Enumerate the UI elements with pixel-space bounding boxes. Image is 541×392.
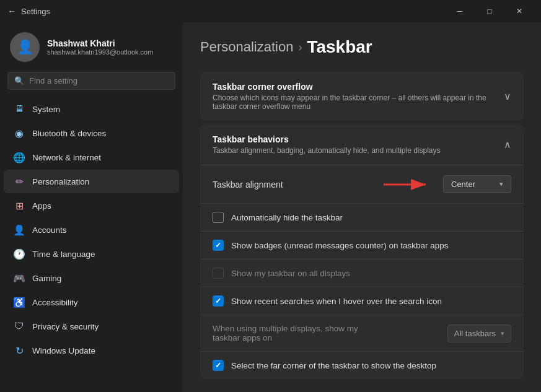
auto-hide-label: Automatically hide the taskbar (231, 213, 343, 222)
time-icon: 🕐 (14, 248, 25, 259)
accessibility-icon: ♿ (14, 297, 25, 308)
avatar: 👤 (10, 32, 40, 62)
multi-display-row: When using multiple displays, show my ta… (200, 315, 524, 351)
show-all-displays-label: Show my taskbar on all displays (231, 269, 350, 278)
card-title: Taskbar corner overflow (213, 82, 504, 92)
system-icon: 🖥 (14, 103, 25, 115)
show-badges-checkbox[interactable] (213, 240, 224, 251)
breadcrumb-current: Taskbar (307, 37, 372, 57)
auto-hide-row: Automatically hide the taskbar (200, 203, 524, 231)
recent-searches-label: Show recent searches when I hover over t… (231, 297, 442, 306)
sidebar-item-privacy[interactable]: 🛡 Privacy & security (4, 315, 179, 338)
titlebar-left: ← Settings (7, 6, 50, 16)
multi-display-label: When using multiple displays, show my ta… (213, 324, 386, 342)
dropdown-chevron-icon: ▾ (501, 329, 504, 338)
taskbar-alignment-row: Taskbar alignment Cent (200, 165, 524, 203)
sidebar-item-accounts[interactable]: 👤 Accounts (4, 218, 179, 242)
network-icon: 🌐 (14, 152, 25, 163)
sidebar-item-apps[interactable]: ⊞ Apps (4, 194, 179, 217)
sidebar-item-time[interactable]: 🕐 Time & language (4, 242, 179, 266)
bluetooth-icon: ◉ (14, 128, 25, 139)
update-icon: ↻ (14, 345, 25, 356)
taskbar-behaviors-header[interactable]: Taskbar behaviors Taskbar alignment, bad… (200, 124, 524, 165)
alignment-controls: Center ▾ (384, 175, 511, 193)
far-corner-checkbox[interactable] (213, 360, 224, 371)
gaming-icon: 🎮 (14, 272, 25, 284)
page-header: Personalization › Taskbar (200, 37, 524, 57)
card-subtitle: Choose which icons may appear in the tas… (213, 94, 504, 111)
auto-hide-checkbox[interactable] (213, 212, 224, 223)
recent-searches-checkbox[interactable] (213, 295, 224, 307)
show-badges-row: Show badges (unread messages counter) on… (200, 231, 524, 259)
search-icon: 🔍 (14, 76, 24, 85)
card-title-area: Taskbar behaviors Taskbar alignment, bad… (213, 134, 441, 155)
accounts-icon: 👤 (14, 224, 25, 235)
search-container: 🔍 Find a setting (0, 69, 183, 97)
sidebar-item-label: Gaming (32, 274, 61, 283)
close-button[interactable]: ✕ (505, 2, 534, 20)
sidebar-item-update[interactable]: ↻ Windows Update (4, 339, 179, 362)
sidebar-item-label: Windows Update (32, 346, 95, 355)
card-title: Taskbar behaviors (213, 134, 441, 144)
far-corner-row: Select the far corner of the taskbar to … (200, 351, 524, 379)
sidebar: 👤 Shashwat Khatri shashwat.khatri1993@ou… (0, 22, 183, 392)
sidebar-item-label: System (32, 105, 60, 114)
sidebar-item-label: Accounts (32, 225, 67, 235)
sidebar-item-system[interactable]: 🖥 System (4, 97, 179, 121)
recent-searches-row: Show recent searches when I hover over t… (200, 287, 524, 315)
show-all-displays-checkbox[interactable] (213, 268, 224, 279)
user-info: Shashwat Khatri shashwat.khatri1993@outl… (47, 38, 153, 56)
card-title-area: Taskbar corner overflow Choose which ico… (213, 82, 504, 111)
expand-icon: ∨ (504, 90, 511, 102)
search-box[interactable]: 🔍 Find a setting (7, 72, 175, 90)
titlebar-controls: ─ □ ✕ (446, 2, 534, 20)
titlebar: ← Settings ─ □ ✕ (0, 0, 541, 22)
multi-display-dropdown[interactable]: All taskbars ▾ (447, 324, 511, 342)
alignment-label: Taskbar alignment (213, 180, 283, 189)
user-profile[interactable]: 👤 Shashwat Khatri shashwat.khatri1993@ou… (0, 22, 183, 69)
user-email: shashwat.khatri1993@outlook.com (47, 48, 153, 56)
red-arrow-indicator (384, 176, 433, 193)
sidebar-item-network[interactable]: 🌐 Network & internet (4, 146, 179, 169)
main-layout: 👤 Shashwat Khatri shashwat.khatri1993@ou… (0, 22, 541, 392)
dropdown-value: Center (451, 180, 475, 189)
sidebar-item-label: Privacy & security (32, 322, 99, 331)
far-corner-label: Select the far corner of the taskbar to … (231, 361, 436, 370)
titlebar-title: Settings (21, 7, 50, 16)
collapse-icon: ∧ (504, 139, 511, 150)
sidebar-item-bluetooth[interactable]: ◉ Bluetooth & devices (4, 121, 179, 145)
apps-icon: ⊞ (14, 200, 25, 211)
sidebar-item-label: Apps (32, 201, 51, 211)
alignment-dropdown[interactable]: Center ▾ (443, 175, 511, 193)
minimize-button[interactable]: ─ (446, 2, 474, 20)
privacy-icon: 🛡 (14, 321, 25, 332)
card-subtitle: Taskbar alignment, badging, automaticall… (213, 146, 441, 155)
taskbar-corner-overflow-header[interactable]: Taskbar corner overflow Choose which ico… (200, 72, 524, 121)
breadcrumb-separator: › (298, 41, 302, 54)
sidebar-item-label: Personalization (32, 177, 89, 186)
search-placeholder: Find a setting (29, 76, 77, 85)
sidebar-item-accessibility[interactable]: ♿ Accessibility (4, 290, 179, 314)
show-all-displays-row: Show my taskbar on all displays (200, 259, 524, 287)
personalization-icon: ✏ (14, 176, 25, 187)
show-badges-label: Show badges (unread messages counter) on… (231, 241, 448, 250)
sidebar-item-gaming[interactable]: 🎮 Gaming (4, 266, 179, 290)
nav-items: 🖥 System ◉ Bluetooth & devices 🌐 Network… (0, 97, 183, 362)
sidebar-item-label: Accessibility (32, 298, 78, 307)
taskbar-behaviors-card: Taskbar behaviors Taskbar alignment, bad… (200, 124, 524, 379)
sidebar-item-label: Network & internet (32, 153, 101, 162)
sidebar-item-label: Bluetooth & devices (32, 129, 106, 138)
sidebar-item-personalization[interactable]: ✏ Personalization (4, 170, 179, 193)
multi-display-value: All taskbars (454, 329, 496, 338)
arrow-svg (384, 176, 433, 193)
sidebar-item-label: Time & language (32, 250, 95, 259)
content-area: Personalization › Taskbar Taskbar corner… (183, 22, 541, 392)
breadcrumb-parent: Personalization (200, 39, 293, 55)
user-name: Shashwat Khatri (47, 38, 153, 48)
maximize-button[interactable]: □ (475, 2, 504, 20)
dropdown-chevron-icon: ▾ (499, 180, 503, 188)
back-icon[interactable]: ← (7, 6, 16, 16)
taskbar-corner-overflow-card: Taskbar corner overflow Choose which ico… (200, 72, 524, 121)
